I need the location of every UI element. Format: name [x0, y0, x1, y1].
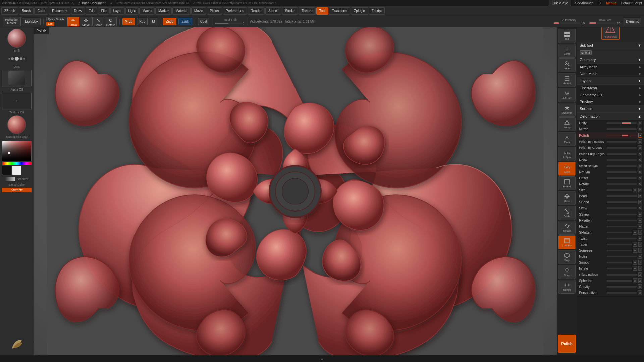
smooth-track[interactable]: [607, 262, 632, 263]
perspective-track[interactable]: [607, 292, 637, 294]
menu-stencil[interactable]: Stencil: [265, 7, 281, 15]
size-track[interactable]: [607, 189, 632, 191]
alternate-btn[interactable]: Alternate: [2, 188, 32, 192]
smooth-z-btn[interactable]: Z: [638, 260, 642, 265]
move-btn[interactable]: ✥ Move: [80, 17, 92, 26]
layers-header[interactable]: Layers ▼: [577, 77, 644, 84]
menu-layer[interactable]: Layer: [110, 7, 125, 15]
quick-sketch-btn[interactable]: Quick Sketch: [46, 17, 65, 21]
menu-zplugin[interactable]: Zplugin: [351, 7, 368, 15]
menu-edit[interactable]: Edit: [86, 7, 97, 15]
size-z-btn[interactable]: Z: [638, 188, 642, 192]
unify-track[interactable]: [607, 122, 637, 124]
squeeze-z-btn[interactable]: Z: [638, 248, 642, 253]
skew-track[interactable]: [607, 207, 637, 209]
rotate-deform-track[interactable]: [607, 183, 637, 185]
squeeze-track[interactable]: [607, 250, 632, 251]
inflate-z-btn[interactable]: Z: [638, 266, 642, 271]
linefill-icon-btn[interactable]: Line Fill: [558, 235, 576, 249]
nanomesh-item[interactable]: NanoMesh ▶: [577, 70, 644, 77]
projection-master-btn[interactable]: Projection Master: [3, 17, 21, 26]
scroll-icon-btn[interactable]: Scroll: [558, 44, 576, 58]
sbend-btn[interactable]: Z: [638, 200, 642, 204]
zoom-icon-btn[interactable]: Zoom: [558, 58, 576, 72]
gxyz-icon-btn[interactable]: Gxyz Gxyz: [558, 162, 576, 176]
m-btn[interactable]: M: [150, 18, 157, 25]
perspective-btn[interactable]: ⊕: [638, 290, 642, 295]
sphere-preview[interactable]: [7, 29, 26, 48]
gravity-btn[interactable]: ⊕: [638, 284, 642, 289]
flatten-btn[interactable]: ⊕: [638, 224, 642, 229]
bend-btn[interactable]: Z: [638, 194, 642, 198]
quicksave-btn[interactable]: QuickSave: [549, 0, 571, 7]
black-swatch[interactable]: [2, 166, 11, 175]
scale-btn[interactable]: ⤡ Scale: [92, 17, 104, 26]
menu-zscript[interactable]: Zscript: [369, 7, 385, 15]
spherize-track[interactable]: [607, 280, 632, 282]
sbend-track[interactable]: [607, 201, 637, 203]
mirror-track[interactable]: [607, 128, 637, 130]
menu-light[interactable]: Light: [125, 7, 139, 15]
inflate-balloon-track[interactable]: [607, 274, 637, 276]
menu-preferences[interactable]: Preferences: [223, 7, 247, 15]
relax-track[interactable]: [607, 159, 637, 161]
spherize-z-btn[interactable]: Z: [638, 278, 642, 283]
inflate-track[interactable]: [607, 268, 632, 269]
twist-btn[interactable]: ⊕: [638, 236, 642, 241]
white-swatch[interactable]: [12, 166, 21, 175]
fibermesh-item[interactable]: FiberMesh ▶: [577, 85, 644, 92]
polish-features-btn[interactable]: ⊕: [638, 139, 642, 144]
scale-strip-icon-btn[interactable]: Scale: [558, 206, 576, 220]
menu-render[interactable]: Render: [248, 7, 265, 15]
menu-transform[interactable]: Transform: [329, 7, 350, 15]
rgb-btn[interactable]: Rgb: [137, 18, 148, 25]
taper-track[interactable]: [607, 244, 632, 245]
spherize-sym-btn[interactable]: ⊕: [633, 278, 637, 283]
rflatten-btn[interactable]: ⊕: [638, 218, 642, 223]
geometry-header[interactable]: Geometry ▼: [577, 56, 644, 63]
lsym-icon-btn[interactable]: L Sym L Sym: [558, 147, 576, 161]
texture-swatch[interactable]: T: [2, 93, 32, 109]
flatten-track[interactable]: [607, 226, 637, 227]
mrgb-btn[interactable]: Mrgb: [122, 18, 135, 25]
menus-btn[interactable]: Menus: [606, 1, 617, 5]
skew-btn[interactable]: ⊕: [638, 206, 642, 210]
dot-brush-preview[interactable]: [7, 54, 26, 64]
polish-features-track[interactable]: [607, 141, 637, 143]
menu-draw[interactable]: Draw: [71, 7, 85, 15]
sskew-btn[interactable]: ⊕: [638, 212, 642, 217]
noise-track[interactable]: [607, 256, 637, 257]
polish-crisp-btn[interactable]: ⊕: [638, 152, 642, 156]
zadd-btn[interactable]: Zadd: [163, 18, 177, 25]
inflate-sym-btn[interactable]: ⊕: [633, 266, 637, 271]
resym-btn[interactable]: ⊕: [638, 170, 642, 174]
menu-file[interactable]: File: [98, 7, 109, 15]
sflatten-track[interactable]: [607, 232, 632, 233]
polish-groups-btn[interactable]: ⊕: [638, 145, 642, 150]
dynamic-icon-btn[interactable]: Dynamic: [558, 103, 576, 117]
relax-btn[interactable]: ⊕: [638, 158, 642, 162]
rotate-btn[interactable]: ↻ Rotate: [105, 17, 117, 26]
material-preview[interactable]: [7, 115, 26, 134]
twist-track[interactable]: [607, 238, 637, 239]
draw-btn[interactable]: ✏ Draw: [67, 17, 79, 26]
offset-btn[interactable]: ⊕: [638, 176, 642, 180]
zsub-btn[interactable]: Zsub: [178, 18, 192, 25]
preview-item[interactable]: Preview ▶: [577, 98, 644, 105]
smart-resym-btn[interactable]: ⊕: [638, 164, 642, 168]
aahalf-icon-btn[interactable]: AA AAHalf: [558, 88, 576, 102]
smooth-sym-btn[interactable]: ⊕: [633, 260, 637, 265]
edit-btn[interactable]: Edit: [46, 22, 54, 26]
subtool-header[interactable]: SubTool ▼: [577, 42, 644, 49]
squeeze-sym-btn[interactable]: ⊕: [633, 248, 637, 253]
move-strip-icon-btn[interactable]: Move: [558, 191, 576, 205]
deformation-header[interactable]: Deformation ▲: [577, 113, 644, 120]
offset-track[interactable]: [607, 177, 637, 179]
persp-icon-btn[interactable]: Persp: [558, 117, 576, 131]
polish-groups-track[interactable]: [607, 147, 637, 149]
color-picker-area[interactable]: [2, 141, 32, 175]
unify-btn[interactable]: ⊕: [638, 121, 642, 125]
snap-icon-btn[interactable]: Snap: [558, 265, 576, 279]
menu-color[interactable]: Color: [34, 7, 48, 15]
sskew-track[interactable]: [607, 214, 637, 215]
